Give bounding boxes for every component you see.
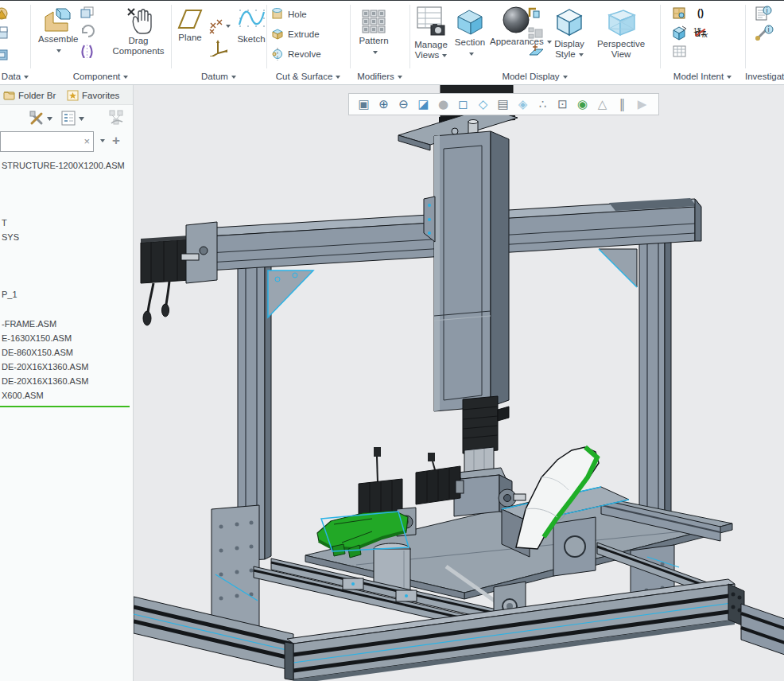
group-separator (409, 5, 410, 68)
tab-folder-browser[interactable]: Folder Br (0, 85, 64, 105)
perspective-view-icon (603, 6, 639, 39)
zoom-in-icon[interactable]: ⊕ (374, 94, 394, 115)
group-label-model-intent[interactable]: Model Intent (660, 71, 745, 84)
hole-button[interactable]: Hole (270, 7, 307, 21)
revolve-icon (270, 47, 284, 60)
svg-text:i: i (768, 26, 770, 33)
resume-icon[interactable]: ▶ (632, 94, 652, 115)
machine-model[interactable] (134, 85, 784, 681)
navigator-panel: Folder Br Favorites (0, 85, 133, 681)
tools-dropdown-arrow (47, 117, 52, 121)
tree-item-x600[interactable]: X600.ASM (2, 389, 44, 402)
settings-list-icon (62, 111, 75, 125)
sketch-icon (236, 6, 266, 34)
search-options-dropdown[interactable] (100, 139, 105, 142)
intent-icon-column-2[interactable]: () 15fx d= (693, 6, 708, 40)
parameters-icon: () (693, 6, 708, 19)
tree-toolbar-icons[interactable] (0, 107, 133, 130)
drag-hand-icon (122, 6, 155, 36)
display-style-icon[interactable]: ◻ (453, 94, 473, 115)
tree-item-side-860[interactable]: DE-860X150.ASM (2, 346, 73, 359)
view-manager-icon[interactable]: ▤ (493, 94, 513, 115)
drag-components-button[interactable]: Drag Components (110, 6, 167, 56)
revolve-button[interactable]: Revolve (270, 47, 321, 60)
z-axis-column[interactable] (398, 108, 518, 411)
tree-toolbar (0, 107, 133, 130)
search-clear-icon[interactable]: × (83, 135, 90, 148)
extrude-button[interactable]: Extrude (270, 27, 320, 41)
tools-icon (30, 111, 41, 123)
in-graphics-toolbar: ▣ ⊕ ⊖ ◪ ● ◻ ◇ ▤ ◈ ∴ ⊡ ◉ △ ‖ ▶ (348, 93, 659, 115)
tree-item-group[interactable]: P_1 (2, 288, 17, 301)
extrude-icon (270, 27, 284, 41)
tree-item-side-20x16-a[interactable]: DE-20X16X1360.ASM (2, 360, 88, 373)
datum-point-axis-icons (208, 18, 232, 56)
ribbon: Data Component Datum Cut & Surface Modif… (0, 0, 784, 85)
pattern-button[interactable]: Pattern (358, 7, 390, 56)
investigate-icon-column[interactable]: i i (754, 6, 774, 42)
section-icon (454, 7, 486, 37)
assemble-button[interactable]: Assemble (38, 6, 76, 55)
saved-views-icon[interactable]: ◇ (473, 94, 493, 115)
display-style-icon (553, 6, 586, 39)
zoom-region-icon[interactable]: ▣ (354, 94, 374, 115)
display-style-button[interactable]: Display Style (549, 6, 590, 60)
sketch-button[interactable]: Sketch (235, 6, 267, 45)
perspective-view-button[interactable]: Perspective View (595, 6, 647, 60)
group-label-model-display[interactable]: Model Display (409, 71, 660, 84)
pause-icon[interactable]: ‖ (612, 94, 632, 115)
publish-geometry-icon (672, 6, 688, 59)
group-separator (171, 5, 172, 68)
add-filter-button[interactable]: + (112, 133, 120, 149)
data-partial-icons[interactable] (0, 6, 13, 66)
display-small-buttons[interactable] (526, 6, 545, 60)
tab-favorites[interactable]: Favorites (64, 85, 122, 105)
group-separator (350, 5, 351, 68)
3d-viewport[interactable]: ▣ ⊕ ⊖ ◪ ● ◻ ◇ ▤ ◈ ∴ ⊡ ◉ △ ‖ ▶ (133, 85, 784, 681)
group-separator (30, 5, 31, 68)
navigator-tabs: Folder Br Favorites (0, 85, 133, 105)
tree-item-frame-asm[interactable]: -FRAME.ASM (2, 317, 56, 330)
zoom-out-icon[interactable]: ⊖ (394, 94, 413, 115)
annotation-display-icon[interactable]: ⊡ (553, 94, 572, 115)
perspective-icon[interactable]: ◈ (513, 94, 533, 115)
tree-search-box[interactable]: × (0, 131, 94, 152)
folder-icon (3, 90, 15, 100)
tree-item[interactable]: T (2, 216, 7, 229)
group-label-data[interactable]: Data (0, 71, 30, 84)
spin-center-icon[interactable]: ◉ (572, 94, 592, 115)
datum-display-icon[interactable]: ∴ (533, 94, 553, 115)
settings-dropdown-arrow (79, 117, 84, 121)
group-label-modifiers[interactable]: Modifiers (350, 71, 409, 84)
copy-undo-mirror-icons (80, 6, 95, 58)
tree-item-csys[interactable]: SYS (2, 231, 19, 243)
group-separator (745, 5, 746, 68)
svg-text:i: i (767, 7, 768, 14)
plane-button[interactable]: Plane (173, 6, 207, 43)
group-label-investigate[interactable]: Investigate (745, 71, 784, 84)
manage-views-button[interactable]: Manage Views (412, 5, 450, 60)
tree-item-assembly[interactable]: STRUCTURE-1200X1200.ASM (2, 159, 125, 172)
tree-item-side-20x16-b[interactable]: DE-20X16X1360.ASM (2, 375, 88, 387)
shading-icon[interactable]: ● (433, 94, 453, 115)
refit-icon[interactable]: ◪ (413, 94, 433, 115)
datum-point-button[interactable] (208, 18, 232, 56)
import-data-icon (0, 6, 13, 66)
group-label-cut-surface[interactable]: Cut & Surface (266, 71, 350, 84)
right-gusset-plate[interactable] (599, 249, 637, 287)
group-label-datum[interactable]: Datum (171, 71, 266, 84)
x-drive-motor[interactable] (141, 235, 190, 325)
tree-item-side-1630[interactable]: E-1630X150.ASM (2, 332, 72, 344)
analysis-icon[interactable]: △ (592, 94, 612, 115)
plane-icon (175, 6, 205, 33)
spindle-head[interactable] (416, 396, 526, 516)
section-button[interactable]: Section (452, 7, 488, 58)
intent-icon-column-1[interactable] (672, 6, 688, 59)
left-gusset-plate[interactable] (268, 270, 313, 317)
search-input[interactable] (2, 134, 80, 150)
group-label-component[interactable]: Component (30, 71, 171, 84)
group-separator (660, 5, 661, 68)
favorites-star-icon (67, 90, 79, 101)
component-small-buttons[interactable] (80, 6, 95, 58)
display-filter-icons (526, 6, 545, 60)
